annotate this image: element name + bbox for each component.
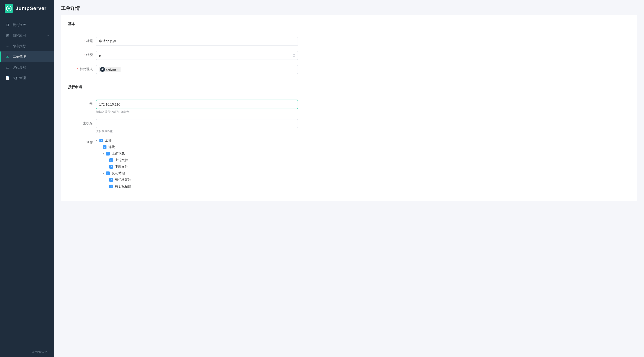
- field-org-row: * 组织 ⊗: [61, 51, 637, 60]
- version-label: Version v2.2.0: [0, 347, 54, 357]
- field-assignees-wrap: tE xx(jym) ×: [96, 65, 298, 74]
- hostname-hint: 支持模糊匹配: [96, 129, 298, 133]
- field-hostname-wrap: 支持模糊匹配: [96, 119, 298, 133]
- sidebar-item-web-terminal[interactable]: ▭ Web终端: [0, 62, 54, 73]
- actions-checkbox-tree: ▾ ✓ 全部 ✓ 连接 ▾: [96, 138, 298, 188]
- checkbox-label: 复制粘贴: [112, 171, 125, 176]
- ipgroup-input[interactable]: [96, 100, 298, 109]
- collapse-icon[interactable]: ▾: [96, 139, 98, 142]
- field-ipgroup-wrap: 请输入逗号分割的IP地址组: [96, 100, 298, 114]
- tag-label: xx(jym): [106, 68, 116, 71]
- copy-paste-children: ✓ 剪切板复制 ✓ 剪切板粘贴: [109, 178, 298, 188]
- logo-text: JumpServer: [16, 6, 46, 12]
- field-ipgroup-label: IP组: [68, 100, 96, 106]
- sidebar-item-file-mgmt[interactable]: 📄 文件管理: [0, 73, 54, 83]
- sidebar-item-ticket-mgmt[interactable]: 工单管理: [0, 51, 54, 62]
- sidebar-item-cmd-exec[interactable]: ⋯ 命令执行: [0, 41, 54, 51]
- field-actions-wrap: ▾ ✓ 全部 ✓ 连接 ▾: [96, 138, 298, 188]
- collapse-icon[interactable]: ▾: [103, 152, 104, 155]
- checkbox-upload-file: ✓ 上传文件: [109, 158, 298, 162]
- field-hostname-label: 主机名: [68, 119, 96, 126]
- checkbox-checked-icon[interactable]: ✓: [109, 184, 113, 188]
- org-select-wrap: ⊗: [96, 51, 298, 60]
- checkbox-checked-icon[interactable]: ✓: [109, 165, 113, 169]
- sidebar: JumpServer 🖥 我的资产 ⊞ 我的应用 ▾ ⋯ 命令执行 工单管理: [0, 0, 54, 357]
- avatar: tE: [100, 67, 105, 72]
- field-actions-label: 动作: [68, 138, 96, 145]
- ticket-icon: [5, 54, 10, 59]
- checkbox-clipboard-copy: ✓ 剪切板复制: [109, 178, 298, 182]
- sidebar-item-my-assets[interactable]: 🖥 我的资产: [0, 20, 54, 30]
- checkbox-download-file: ✓ 下载文件: [109, 165, 298, 169]
- field-ipgroup-row: IP组 请输入逗号分割的IP地址组: [61, 100, 637, 114]
- sidebar-item-label: Web终端: [13, 66, 26, 70]
- checkbox-label: 上传文件: [115, 158, 128, 162]
- field-title-label: * 标题: [68, 37, 96, 43]
- required-mark: *: [77, 67, 78, 71]
- checkbox-copy-paste: ▾ ✓ 复制粘贴: [103, 171, 298, 176]
- checkbox-label: 剪切板复制: [115, 178, 131, 182]
- checkbox-label: 连接: [108, 145, 115, 149]
- sidebar-item-my-apps[interactable]: ⊞ 我的应用 ▾: [0, 30, 54, 41]
- jumpserver-logo-icon: [5, 4, 13, 13]
- sidebar-item-label: 工单管理: [13, 55, 26, 59]
- sidebar-item-label: 我的应用: [13, 34, 26, 38]
- close-icon[interactable]: ×: [117, 68, 119, 71]
- org-clear-icon[interactable]: ⊗: [292, 53, 296, 58]
- content-area: 基本 * 标题 * 组织: [54, 15, 644, 357]
- checkbox-clipboard-paste: ✓ 剪切板粘贴: [109, 184, 298, 188]
- field-assignees-label: * 待处理人: [68, 65, 96, 71]
- checkbox-label: 剪切板粘贴: [115, 184, 131, 188]
- assets-icon: 🖥: [5, 23, 10, 27]
- sidebar-item-label: 命令执行: [13, 44, 26, 48]
- apps-icon: ⊞: [5, 33, 10, 38]
- field-org-label: * 组织: [68, 51, 96, 57]
- field-assignees-row: * 待处理人 tE xx(jym) ×: [61, 65, 637, 74]
- sidebar-logo: JumpServer: [0, 0, 54, 17]
- checkbox-label: 全部: [105, 138, 112, 142]
- terminal-icon: ▭: [5, 65, 10, 70]
- field-title-row: * 标题: [61, 37, 637, 46]
- checkbox-checked-icon[interactable]: ✓: [109, 178, 113, 182]
- ipgroup-hint: 请输入逗号分割的IP地址组: [96, 110, 298, 114]
- section-divider: [61, 79, 637, 79]
- page-title: 工单详情: [61, 5, 637, 12]
- checkbox-connect: ✓ 连接: [103, 145, 298, 149]
- section-auth-title: 授权申请: [61, 85, 637, 94]
- checkbox-checked-icon[interactable]: ✓: [103, 145, 106, 149]
- chevron-down-icon: ▾: [47, 34, 49, 37]
- field-hostname-row: 主机名 支持模糊匹配: [61, 119, 637, 133]
- checkbox-checked-icon[interactable]: ✓: [106, 152, 110, 156]
- checkbox-upload-download: ▾ ✓ 上传下载: [103, 152, 298, 156]
- file-icon: 📄: [5, 76, 10, 80]
- section-basic-title: 基本: [61, 22, 637, 31]
- sidebar-item-label: 文件管理: [13, 76, 26, 80]
- cmd-icon: ⋯: [5, 44, 10, 48]
- main-content: 工单详情 基本 * 标题 * 组织: [54, 0, 644, 357]
- required-mark: *: [84, 53, 85, 57]
- title-input[interactable]: [96, 37, 298, 46]
- field-actions-row: 动作 ▾ ✓ 全部 ✓ 连接: [61, 138, 637, 188]
- checkbox-checked-icon[interactable]: ✓: [109, 158, 113, 162]
- svg-rect-2: [6, 55, 9, 58]
- sidebar-navigation: 🖥 我的资产 ⊞ 我的应用 ▾ ⋯ 命令执行 工单管理 ▭ Web终端: [0, 17, 54, 347]
- page-header: 工单详情: [54, 0, 644, 15]
- field-title-wrap: [96, 37, 298, 46]
- field-org-wrap: ⊗: [96, 51, 298, 60]
- hostname-input[interactable]: [96, 119, 298, 128]
- required-mark: *: [84, 39, 85, 43]
- checkbox-label: 上传下载: [112, 152, 125, 156]
- collapse-icon[interactable]: ▾: [103, 172, 104, 175]
- assignee-tag: tE xx(jym) ×: [99, 66, 120, 72]
- active-indicator: [0, 51, 1, 62]
- svg-point-1: [8, 8, 10, 10]
- upload-download-children: ✓ 上传文件 ✓ 下载文件: [109, 158, 298, 169]
- checkbox-checked-icon[interactable]: ✓: [106, 172, 110, 175]
- checkbox-checked-icon[interactable]: ✓: [100, 138, 103, 142]
- org-input[interactable]: [96, 51, 298, 60]
- checkbox-all-children: ✓ 连接 ▾ ✓ 上传下载 ✓: [103, 145, 298, 188]
- form-card: 基本 * 标题 * 组织: [61, 15, 637, 201]
- assignees-tag-input[interactable]: tE xx(jym) ×: [96, 65, 298, 74]
- checkbox-all: ▾ ✓ 全部: [96, 138, 298, 142]
- sidebar-item-label: 我的资产: [13, 23, 26, 27]
